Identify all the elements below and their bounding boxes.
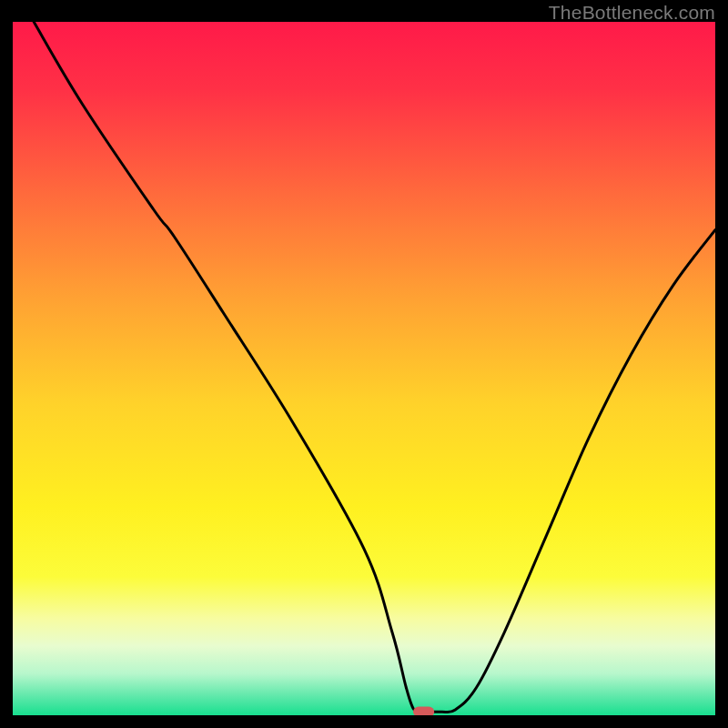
bottleneck-chart — [13, 22, 715, 715]
watermark-text: TheBottleneck.com — [549, 2, 715, 24]
optimal-point-marker — [413, 706, 434, 715]
gradient-background — [13, 22, 715, 715]
chart-frame — [13, 22, 715, 715]
